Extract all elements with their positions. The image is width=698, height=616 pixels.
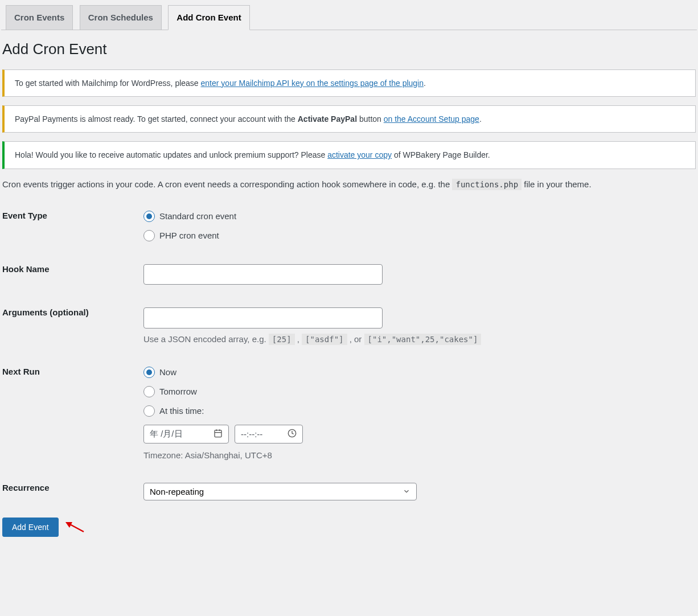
tab-cron-events[interactable]: Cron Events (6, 5, 73, 30)
code-ex1: [25] (269, 334, 295, 345)
wpbakery-activate-link[interactable]: activate your copy (327, 150, 392, 159)
radio-tomorrow[interactable] (143, 386, 155, 397)
intro-text: Cron events trigger actions in your code… (2, 179, 696, 189)
radio-standard-cron[interactable] (143, 211, 155, 222)
page-title: Add Cron Event (2, 40, 697, 58)
intro-post: file in your theme. (522, 179, 592, 189)
sep1: , (295, 334, 302, 344)
notice-text: of WPBakery Page Builder. (392, 150, 490, 159)
label-arguments: Arguments (optional) (1, 296, 138, 355)
notice-text: . (479, 114, 482, 124)
annotation-arrow-icon (65, 520, 85, 536)
radio-at-time[interactable] (143, 405, 155, 417)
arguments-desc: Use a JSON encoded array, e.g. [25] , ["… (143, 334, 691, 344)
paypal-setup-link[interactable]: on the Account Setup page (384, 114, 479, 124)
clock-icon (288, 429, 297, 440)
nav-tabs: Cron Events Cron Schedules Add Cron Even… (1, 0, 697, 30)
notice-text: . (424, 79, 426, 88)
label-at-time[interactable]: At this time: (159, 406, 204, 416)
sep2: , or (347, 334, 364, 344)
hook-name-input[interactable] (143, 264, 383, 285)
label-standard-cron[interactable]: Standard cron event (159, 211, 236, 221)
tab-add-cron-event[interactable]: Add Cron Event (168, 5, 249, 30)
notice-text: To get started with Mailchimp for WordPr… (15, 79, 201, 88)
notice-text: Hola! Would you like to receive automati… (15, 150, 327, 159)
mailchimp-settings-link[interactable]: enter your Mailchimp API key on the sett… (201, 79, 424, 88)
notice-text: button (357, 114, 384, 124)
notice-paypal: PayPal Payments is almost ready. To get … (2, 105, 696, 133)
intro-pre: Cron events trigger actions in your code… (2, 179, 452, 189)
radio-now[interactable] (143, 367, 155, 378)
label-hook-name: Hook Name (1, 253, 138, 297)
notice-mailchimp: To get started with Mailchimp for WordPr… (2, 69, 696, 97)
recurrence-select[interactable]: Non-repeating (143, 483, 417, 500)
arguments-input[interactable] (143, 307, 383, 328)
notice-wpbakery: Hola! Would you like to receive automati… (2, 141, 696, 169)
time-placeholder: --:--:-- (241, 429, 262, 439)
code-ex3: ["i","want",25,"cakes"] (364, 334, 482, 345)
label-tomorrow[interactable]: Tomorrow (159, 387, 197, 396)
code-functions-php: functions.php (452, 179, 522, 190)
add-event-button[interactable]: Add Event (2, 518, 59, 537)
radio-php-cron[interactable] (143, 230, 155, 241)
tab-cron-schedules[interactable]: Cron Schedules (80, 5, 162, 30)
timezone-text: Timezone: Asia/Shanghai, UTC+8 (143, 450, 691, 460)
calendar-icon (213, 429, 223, 440)
date-input[interactable]: 年 /月/日 (143, 425, 229, 443)
date-placeholder: 年 /月/日 (150, 429, 183, 440)
desc-pre: Use a JSON encoded array, e.g. (143, 334, 269, 344)
paypal-strong: Activate PayPal (298, 114, 357, 124)
notice-text: PayPal Payments is almost ready. To get … (15, 114, 298, 124)
svg-rect-0 (215, 430, 221, 437)
label-next-run: Next Run (1, 355, 138, 471)
label-php-cron[interactable]: PHP cron event (159, 231, 219, 240)
code-ex2: ["asdf"] (302, 334, 347, 345)
label-now[interactable]: Now (159, 367, 176, 377)
label-recurrence: Recurrence (1, 471, 138, 512)
label-event-type: Event Type (1, 199, 138, 253)
time-input[interactable]: --:--:-- (235, 425, 303, 443)
